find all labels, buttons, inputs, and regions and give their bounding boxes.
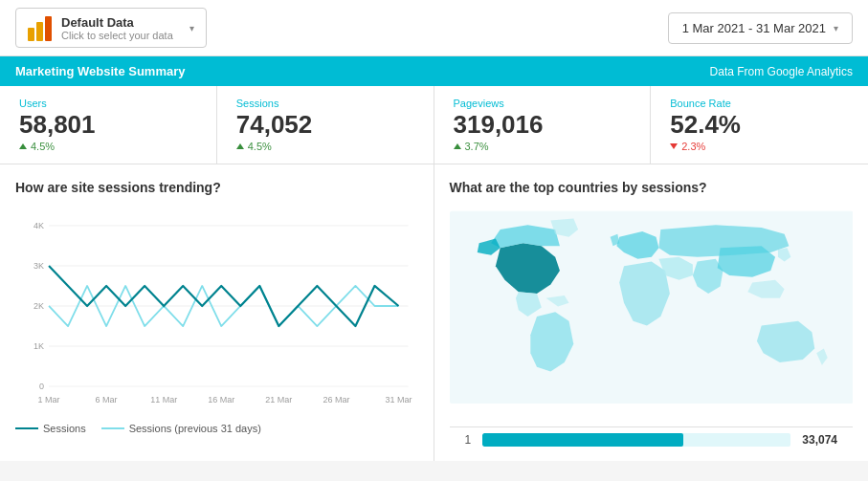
legend-current-label: Sessions [43,423,86,434]
metric-pageviews: Pageviews 319,016 3.7% [434,86,652,164]
rank-number: 1 [465,433,472,447]
up-arrow-icon-3 [454,143,461,149]
map-chart-panel: What are the top countries by sessions? [434,164,869,461]
metric-users-label: Users [19,98,197,109]
legend-previous-line [101,427,124,429]
selector-arrow-icon: ▾ [189,23,194,33]
chart-legend: Sessions Sessions (previous 31 days) [15,423,418,434]
country-rank-bar: 1 33,074 [450,426,854,452]
metric-bounce-value: 52.4% [670,111,849,139]
legend-current-line [15,427,38,429]
up-arrow-icon-2 [236,143,244,149]
svg-text:21 Mar: 21 Mar [265,395,292,404]
selector-sub: Click to select your data [61,30,180,41]
country-bar-wrapper [482,433,790,447]
metric-bounce-label: Bounce Rate [670,98,849,109]
charts-area: How are site sessions trending? 4K 3K 2K… [0,164,868,461]
header: Default Data Click to select your data ▾… [0,0,868,56]
metric-sessions-value: 74,052 [236,111,414,139]
metric-bounce: Bounce Rate 52.4% 2.3% [651,86,868,164]
map-container [450,207,854,426]
sessions-chart-title: How are site sessions trending? [15,180,418,195]
svg-text:2K: 2K [33,301,44,311]
down-arrow-icon [670,143,678,149]
svg-text:31 Mar: 31 Mar [385,395,412,404]
svg-text:1K: 1K [33,341,44,351]
metric-pageviews-label: Pageviews [454,98,632,109]
legend-current: Sessions [15,423,86,434]
svg-text:0: 0 [39,382,44,391]
metric-users-value: 58,801 [19,111,197,139]
svg-text:6 Mar: 6 Mar [96,395,118,404]
metric-sessions-label: Sessions [236,98,414,109]
metric-sessions: Sessions 74,052 4.5% [217,86,434,164]
metric-users: Users 58,801 4.5% [0,86,217,164]
sessions-chart-panel: How are site sessions trending? 4K 3K 2K… [0,164,434,461]
date-arrow-icon: ▾ [834,23,838,33]
metric-users-change: 4.5% [19,141,197,152]
metric-pageviews-value: 319,016 [454,111,632,139]
metrics-row: Users 58,801 4.5% Sessions 74,052 4.5% P… [0,86,868,164]
metric-pageviews-change: 3.7% [454,141,632,152]
map-chart-title: What are the top countries by sessions? [450,180,854,195]
svg-text:1 Mar: 1 Mar [38,395,60,404]
summary-source: Data From Google Analytics [710,65,853,78]
svg-text:26 Mar: 26 Mar [323,395,349,404]
selector-title: Default Data [61,15,180,30]
date-range-label: 1 Mar 2021 - 31 Mar 2021 [682,21,826,35]
svg-text:4K: 4K [33,220,44,230]
line-chart-container: 4K 3K 2K 1K 0 1 Mar 6 Mar 11 Mar 16 Mar … [15,207,418,417]
svg-text:3K: 3K [33,261,44,271]
summary-bar: Marketing Website Summary Data From Goog… [0,56,868,86]
data-selector[interactable]: Default Data Click to select your data ▾ [15,8,207,48]
legend-previous-label: Sessions (previous 31 days) [129,423,261,434]
svg-text:11 Mar: 11 Mar [150,395,177,404]
world-map-svg [450,207,854,426]
country-bar-fill [482,433,682,447]
country-sessions-value: 33,074 [802,433,837,447]
data-icon [28,14,52,41]
up-arrow-icon [19,143,27,149]
date-range-selector[interactable]: 1 Mar 2021 - 31 Mar 2021 ▾ [668,12,853,44]
line-chart-svg: 4K 3K 2K 1K 0 1 Mar 6 Mar 11 Mar 16 Mar … [15,207,418,417]
summary-title: Marketing Website Summary [15,64,185,78]
metric-sessions-change: 4.5% [236,141,414,152]
metric-bounce-change: 2.3% [670,141,849,152]
legend-previous: Sessions (previous 31 days) [101,423,261,434]
svg-text:16 Mar: 16 Mar [208,395,234,404]
